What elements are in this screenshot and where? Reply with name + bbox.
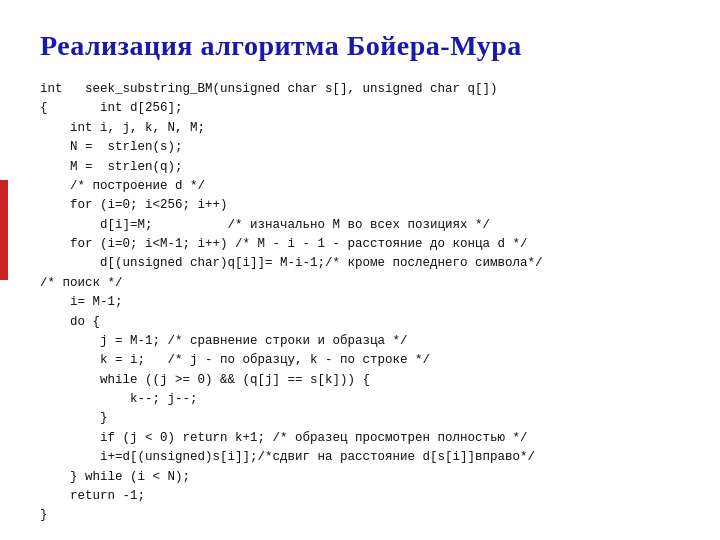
code-line: for (i=0; i<M-1; i++) /* M - i - 1 - рас… [40,235,680,254]
code-line: N = strlen(s); [40,138,680,157]
code-line: } while (i < N); [40,468,680,487]
slide-title: Реализация алгоритма Бойера-Мура [40,30,680,62]
code-block: int seek_substring_BM(unsigned char s[],… [40,80,680,526]
code-line: /* построение d */ [40,177,680,196]
code-line: } [40,506,680,525]
slide: Реализация алгоритма Бойера-Мура int see… [0,0,720,540]
code-line: /* поиск */ [40,274,680,293]
code-line: return -1; [40,487,680,506]
code-line: j = M-1; /* сравнение строки и образца *… [40,332,680,351]
code-line: int seek_substring_BM(unsigned char s[],… [40,80,680,99]
code-line: for (i=0; i<256; i++) [40,196,680,215]
code-line: if (j < 0) return k+1; /* образец просмо… [40,429,680,448]
code-line: { int d[256]; [40,99,680,118]
code-line: k = i; /* j - по образцу, k - по строке … [40,351,680,370]
left-accent-bar [0,180,8,280]
code-line: d[i]=M; /* изначально M во всех позициях… [40,216,680,235]
code-line: i+=d[(unsigned)s[i]];/*сдвиг на расстоян… [40,448,680,467]
code-line: k--; j--; [40,390,680,409]
code-line: d[(unsigned char)q[i]]= M-i-1;/* кроме п… [40,254,680,273]
code-line: i= M-1; [40,293,680,312]
code-line: M = strlen(q); [40,158,680,177]
code-line: do { [40,313,680,332]
code-line: } [40,409,680,428]
code-line: while ((j >= 0) && (q[j] == s[k])) { [40,371,680,390]
code-line: int i, j, k, N, M; [40,119,680,138]
